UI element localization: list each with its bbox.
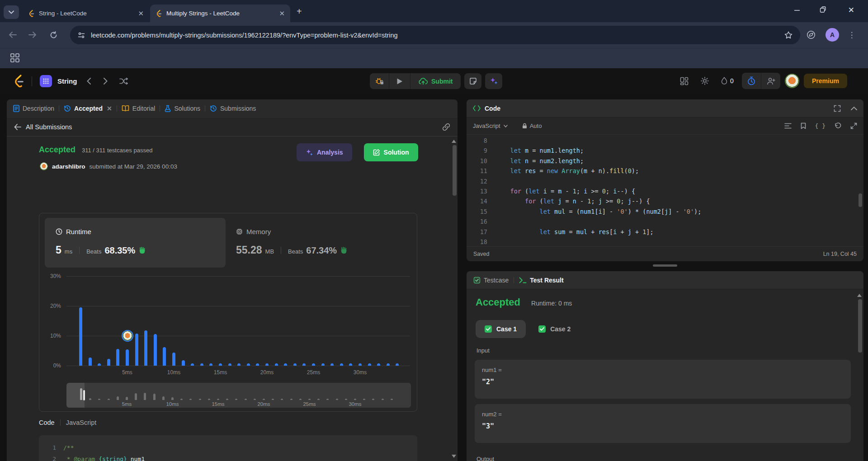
code-line[interactable]: 11 let res = new Array(m + n).fill(0); xyxy=(467,166,863,176)
notes-button[interactable] xyxy=(464,73,481,89)
tab-solutions[interactable]: Solutions xyxy=(165,105,200,112)
chart-bar[interactable] xyxy=(275,363,278,366)
chart-bar[interactable] xyxy=(368,363,371,366)
code-line[interactable]: 18 xyxy=(467,237,863,246)
submitter-avatar[interactable] xyxy=(40,162,48,170)
field-value[interactable]: "3" xyxy=(482,422,844,430)
browser-essentials-button[interactable] xyxy=(805,28,817,41)
chart-bar[interactable] xyxy=(172,353,175,366)
bookmark-star-icon[interactable] xyxy=(784,31,793,40)
collapse-chevron-up-icon[interactable] xyxy=(851,106,857,110)
chart-bar[interactable] xyxy=(247,363,250,366)
my-submission-marker[interactable] xyxy=(122,330,133,342)
back-button[interactable] xyxy=(6,28,19,41)
submit-button[interactable]: Submit xyxy=(410,73,461,89)
runtime-tile[interactable]: Runtime 5 ms Beats 68.35% xyxy=(45,218,226,268)
chart-bar[interactable] xyxy=(144,330,147,366)
code-line[interactable]: 14 for (let j = n - 1; j >= 0; j--) { xyxy=(467,196,863,206)
collaborate-button[interactable] xyxy=(761,73,780,89)
chart-bar[interactable] xyxy=(377,363,380,366)
layout-button[interactable] xyxy=(676,73,692,89)
chart-bar[interactable] xyxy=(191,363,194,366)
chart-bar[interactable] xyxy=(107,359,110,366)
leetcode-logo[interactable] xyxy=(13,74,24,88)
window-close-button[interactable]: ✕ xyxy=(848,5,854,15)
random-problem-button[interactable] xyxy=(116,76,132,86)
expand-icon[interactable] xyxy=(850,122,857,129)
tab-accepted[interactable]: Accepted ✕ xyxy=(64,105,112,112)
chart-bar[interactable] xyxy=(293,363,297,366)
scrollbar-thumb[interactable] xyxy=(453,145,457,196)
code-line[interactable]: 9 let m = num1.length; xyxy=(467,146,863,155)
chart-bar[interactable] xyxy=(200,363,203,366)
chart-bar[interactable] xyxy=(135,334,138,366)
scrollbar-up-arrow[interactable] xyxy=(452,140,456,143)
fullscreen-icon[interactable] xyxy=(834,105,841,112)
copy-link-icon[interactable] xyxy=(442,123,450,131)
cursor-position[interactable]: Ln 19, Col 45 xyxy=(823,251,857,257)
input-field-num2[interactable]: num2 = "3" xyxy=(475,404,851,443)
scrollbar-thumb[interactable] xyxy=(858,299,862,353)
editor-scrollbar-thumb[interactable] xyxy=(859,193,862,207)
reset-icon[interactable] xyxy=(835,122,841,129)
language-selector[interactable]: JavaScript xyxy=(473,122,508,129)
code-line[interactable]: 17 let sum = mul + res[i + j + 1]; xyxy=(467,227,863,237)
problem-list-name[interactable]: String xyxy=(57,77,77,85)
code-line[interactable]: 13 for (let i = m - 1; i >= 0; i--) { xyxy=(467,186,863,196)
case-2-button[interactable]: Case 2 xyxy=(534,320,575,338)
brush-handle[interactable] xyxy=(83,390,85,400)
panel-resize-handle[interactable] xyxy=(653,264,677,267)
browser-profile-avatar[interactable]: A xyxy=(826,28,839,42)
url-text[interactable]: leetcode.com/problems/multiply-strings/s… xyxy=(91,32,778,39)
auto-mode-toggle[interactable]: Auto xyxy=(522,122,542,129)
chart-bar[interactable] xyxy=(321,363,325,366)
chart-bar[interactable] xyxy=(98,363,101,366)
code-line[interactable]: 1/** xyxy=(39,442,417,454)
code-line[interactable]: 15 let mul = (num1[i] - '0') * (num2[j] … xyxy=(467,207,863,216)
chart-bar[interactable] xyxy=(219,363,222,366)
memory-tile[interactable]: Memory 55.28 MB Beats 67.34% xyxy=(236,218,412,268)
chart-bar[interactable] xyxy=(359,363,362,366)
chart-bar[interactable] xyxy=(126,349,129,366)
scrollbar-up-arrow[interactable] xyxy=(857,294,862,297)
prev-problem-button[interactable] xyxy=(82,76,95,86)
chart-bar[interactable] xyxy=(340,363,343,366)
chart-bar[interactable] xyxy=(265,363,269,366)
chart-bar[interactable] xyxy=(396,363,399,366)
scrollbar-down-arrow[interactable] xyxy=(452,455,456,458)
bookmark-icon[interactable] xyxy=(801,122,806,129)
settings-button[interactable] xyxy=(697,73,713,89)
chart-bar[interactable] xyxy=(228,363,231,366)
chart-bar[interactable] xyxy=(182,360,185,366)
problem-list-button[interactable] xyxy=(40,75,52,87)
braces-icon[interactable]: { } xyxy=(815,122,826,129)
code-line[interactable]: 10 let n = num2.length; xyxy=(467,156,863,166)
code-line[interactable]: 16 xyxy=(467,216,863,226)
tab-test-result[interactable]: Test Result xyxy=(519,277,563,284)
tab-close-icon[interactable]: ✕ xyxy=(107,105,112,112)
chart-bar[interactable] xyxy=(163,347,166,366)
editor-code-area[interactable]: 89 let m = num1.length;10 let n = num2.l… xyxy=(467,135,863,246)
url-bar[interactable]: leetcode.com/problems/multiply-strings/s… xyxy=(70,26,800,44)
input-field-num1[interactable]: num1 = "2" xyxy=(475,360,851,399)
new-tab-button[interactable]: + xyxy=(297,6,302,17)
forward-button[interactable] xyxy=(26,28,39,41)
back-to-submissions[interactable]: All Submissions xyxy=(14,123,72,131)
tab-close-icon[interactable]: ✕ xyxy=(279,9,285,18)
window-restore-button[interactable] xyxy=(820,6,826,13)
chart-bar[interactable] xyxy=(330,363,334,366)
code-line[interactable]: 12 xyxy=(467,176,863,186)
field-value[interactable]: "2" xyxy=(482,378,844,386)
streak-counter[interactable]: 0 xyxy=(717,73,737,89)
tab-testcase[interactable]: Testcase xyxy=(473,277,509,284)
submitter-username[interactable]: adarshlibro xyxy=(52,163,85,170)
reload-button[interactable] xyxy=(47,28,60,41)
timer-button[interactable] xyxy=(742,73,761,89)
code-line[interactable]: 2 * @param {string} num1 xyxy=(39,454,417,461)
next-problem-button[interactable] xyxy=(101,76,110,86)
chart-bar[interactable] xyxy=(256,363,259,366)
browser-tab-string[interactable]: String - LeetCode ✕ xyxy=(23,5,149,22)
tab-close-icon[interactable]: ✕ xyxy=(138,9,144,18)
tab-submissions[interactable]: Submissions xyxy=(210,105,256,112)
chart-bar[interactable] xyxy=(154,334,157,366)
